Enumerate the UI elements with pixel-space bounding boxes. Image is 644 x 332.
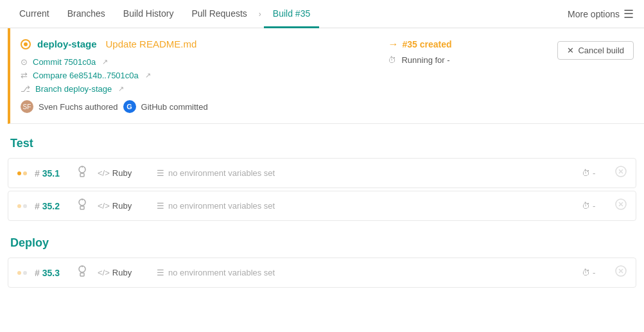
time-clock-icon: ⏱ [582, 168, 590, 178]
github-icon: G [123, 100, 136, 113]
cancel-build-label: Cancel build [578, 46, 624, 55]
tab-build-history[interactable]: Build History [114, 1, 183, 28]
env-value: no environment variables set [168, 201, 275, 211]
running-row: ⏱ Running for - [388, 55, 557, 65]
job-number: #35.1 [35, 168, 67, 179]
env-icon: ☰ [157, 201, 164, 211]
job-number: #35.2 [35, 201, 67, 211]
running-label: Running for - [401, 55, 449, 65]
job-time: ⏱- [582, 201, 607, 211]
job-number: #35.3 [35, 268, 67, 278]
env-value: no environment variables set [168, 268, 275, 277]
compare-row: ⇄ Compare 6e8514b..7501c0a ↗ [21, 71, 378, 80]
branch-icon: ⎇ [21, 84, 30, 94]
job-number-value: 35.3 [42, 268, 60, 278]
stage-row: deploy-stage Update README.md [21, 39, 378, 49]
job-cancel-icon[interactable] [615, 198, 627, 213]
job-row[interactable]: #35.2</>Ruby☰no environment variables se… [8, 191, 636, 221]
job-number-value: 35.1 [42, 168, 60, 179]
build-number-label: #35 created [402, 39, 451, 49]
job-cancel-icon[interactable] [615, 166, 627, 180]
ext-link-commit: ↗ [102, 58, 108, 66]
committer-label: GitHub committed [141, 102, 208, 112]
tab-build35[interactable]: Build #35 [264, 1, 319, 28]
job-env-vars: ☰no environment variables set [157, 168, 574, 178]
tab-pull-requests[interactable]: Pull Requests [182, 1, 256, 28]
job-status-indicator [17, 271, 27, 275]
code-brackets: </> [98, 168, 110, 178]
job-language: </>Ruby [98, 201, 149, 211]
ext-link-branch: ↗ [118, 85, 124, 93]
sections-container: Test#35.1</>Ruby☰no environment variable… [0, 124, 644, 288]
branch-link[interactable]: Branch deploy-stage [35, 84, 112, 94]
author-row: SF Sven Fuchs authored G GitHub committe… [21, 100, 378, 113]
tab-branches[interactable]: Branches [58, 1, 114, 28]
build-info-section: deploy-stage Update README.md ⊙ Commit 7… [8, 28, 644, 124]
build-number-row: → #35 created [388, 39, 557, 50]
language-name: Ruby [112, 168, 132, 178]
author-label: Sven Fuchs authored [39, 102, 118, 112]
section-header-deploy: Deploy [0, 223, 644, 255]
job-status-indicator [17, 204, 27, 208]
job-time: ⏱- [582, 268, 607, 277]
breadcrumb-chevron: › [259, 10, 261, 19]
stage-name: deploy-stage [37, 39, 97, 49]
job-language: </>Ruby [98, 268, 149, 277]
svg-rect-7 [80, 206, 84, 209]
build-cancel-area: ✕ Cancel build [557, 39, 634, 113]
language-name: Ruby [112, 268, 132, 277]
job-time: ⏱- [582, 168, 607, 178]
time-clock-icon: ⏱ [582, 201, 590, 211]
code-brackets: </> [98, 268, 110, 277]
code-brackets: </> [98, 201, 110, 211]
job-row[interactable]: #35.1</>Ruby☰no environment variables se… [8, 158, 636, 188]
clock-icon: ⏱ [388, 55, 396, 65]
time-value: - [593, 268, 595, 277]
hamburger-icon: ☰ [623, 7, 634, 21]
job-number-value: 35.2 [42, 201, 60, 211]
robot-icon [74, 265, 90, 281]
language-name: Ruby [112, 201, 132, 211]
job-cancel-icon[interactable] [615, 265, 627, 280]
env-icon: ☰ [157, 168, 164, 178]
env-icon: ☰ [157, 268, 164, 277]
commit-link[interactable]: Commit 7501c0a [33, 57, 96, 67]
cancel-build-button[interactable]: ✕ Cancel build [557, 41, 634, 60]
build-right: → #35 created ⏱ Running for - [378, 39, 557, 113]
tab-current[interactable]: Current [10, 1, 58, 28]
compare-link[interactable]: Compare 6e8514b..7501c0a [33, 71, 139, 80]
compare-icon: ⇄ [21, 71, 28, 80]
svg-rect-1 [80, 173, 84, 177]
job-row[interactable]: #35.3</>Ruby☰no environment variables se… [8, 258, 636, 288]
commit-row: ⊙ Commit 7501c0a ↗ [21, 57, 378, 67]
hash-icon: # [35, 168, 40, 179]
time-value: - [593, 168, 595, 178]
nav-bar: Current Branches Build History Pull Requ… [0, 0, 644, 28]
time-value: - [593, 201, 595, 211]
cancel-x-icon: ✕ [567, 46, 574, 55]
job-status-indicator [17, 171, 27, 175]
build-arrow-icon: → [388, 39, 398, 50]
build-left: deploy-stage Update README.md ⊙ Commit 7… [10, 39, 378, 113]
job-env-vars: ☰no environment variables set [157, 268, 574, 277]
commit-icon: ⊙ [21, 57, 28, 67]
more-options-button[interactable]: More options ☰ [568, 7, 634, 21]
env-value: no environment variables set [168, 168, 275, 178]
job-language: </>Ruby [98, 168, 149, 178]
commit-message: Update README.md [106, 39, 197, 49]
svg-rect-13 [80, 273, 84, 276]
avatar: SF [21, 100, 33, 113]
stage-status-dot [21, 39, 31, 49]
hash-icon: # [35, 268, 40, 278]
branch-row: ⎇ Branch deploy-stage ↗ [21, 84, 378, 94]
section-header-test: Test [0, 124, 644, 155]
ext-link-compare: ↗ [145, 71, 151, 80]
robot-icon [74, 165, 90, 181]
hash-icon: # [35, 201, 40, 211]
time-clock-icon: ⏱ [582, 268, 590, 277]
robot-icon [74, 198, 90, 214]
job-env-vars: ☰no environment variables set [157, 201, 574, 211]
